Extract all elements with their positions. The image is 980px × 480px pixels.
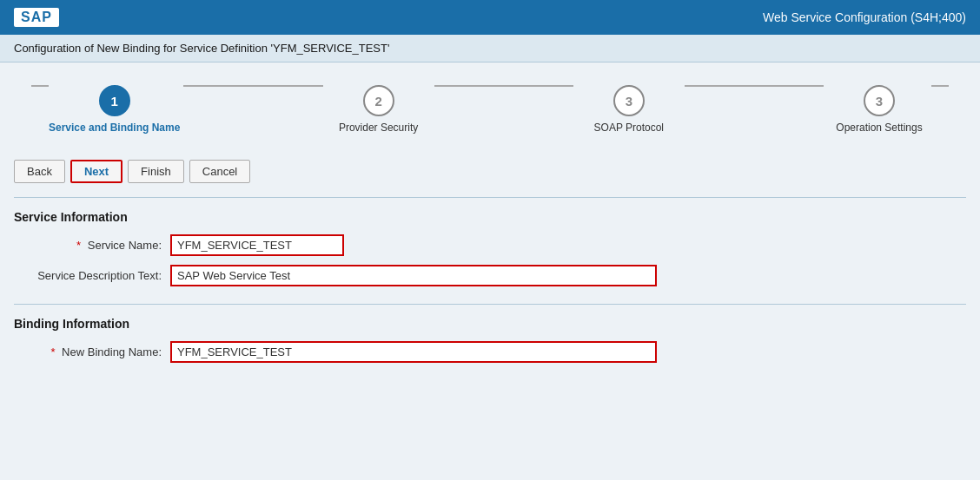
divider-top [14,197,966,198]
wizard-step-2: 2 Provider Security [327,85,431,134]
step-circle-4: 3 [864,85,895,116]
wizard-step-3: 3 SOAP Protocol [577,85,681,134]
binding-info-header: Binding Information [14,317,966,331]
service-name-row: * Service Name: [14,234,966,256]
step-line-1-2 [183,85,322,87]
required-star-service-name: * [76,239,81,252]
new-binding-input[interactable] [170,341,657,363]
button-bar: Back Next Finish Cancel [14,160,966,183]
cancel-button[interactable]: Cancel [189,160,250,183]
step-label-1: Service and Binding Name [49,122,180,134]
wizard-steps: 1 Service and Binding Name 2 Provider Se… [14,76,966,142]
service-info-header: Service Information [14,210,966,224]
step-label-4: Operation Settings [836,122,922,134]
step-circle-3: 3 [613,85,645,116]
required-star-binding: * [50,345,55,358]
next-button[interactable]: Next [70,160,122,183]
app-header: SAP Web Service Configuration (S4H;400) [0,0,980,35]
service-name-label: * Service Name: [14,239,170,252]
wizard-step-4: 3 Operation Settings [827,85,931,134]
step-label-3: SOAP Protocol [594,122,664,134]
header-title: Web Service Configuration (S4H;400) [763,10,966,24]
binding-information-section: Binding Information * New Binding Name: [14,317,966,363]
back-button[interactable]: Back [14,160,65,183]
sap-logo: SAP [14,8,59,27]
page-title: Configuration of New Binding for Service… [14,42,389,55]
new-binding-row: * New Binding Name: [14,341,966,363]
main-content: 1 Service and Binding Name 2 Provider Se… [0,62,980,480]
step-label-2: Provider Security [339,122,418,134]
service-desc-label: Service Description Text: [14,269,170,282]
service-desc-row: Service Description Text: [14,265,966,286]
step-circle-2: 2 [363,85,394,116]
divider-middle [14,304,966,305]
finish-button[interactable]: Finish [128,160,184,183]
service-name-input[interactable] [170,234,344,256]
step-line-start [31,85,49,87]
page-title-bar: Configuration of New Binding for Service… [0,35,980,62]
step-line-3-4 [685,85,824,87]
service-information-section: Service Information * Service Name: Serv… [14,210,966,286]
step-line-2-3 [434,85,573,87]
step-line-end [931,85,949,87]
step-circle-1: 1 [99,85,130,116]
wizard-step-1: 1 Service and Binding Name [49,85,180,134]
new-binding-label: * New Binding Name: [14,345,170,358]
service-description-input[interactable] [170,265,657,286]
